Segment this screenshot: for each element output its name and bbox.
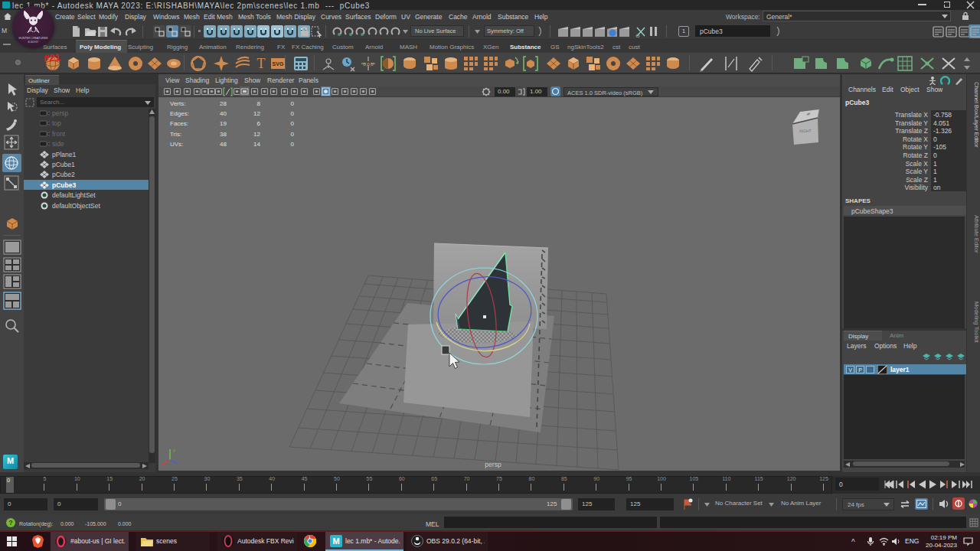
svg-text:ACADEMY: ACADEMY <box>28 41 39 44</box>
svg-text:T: T <box>257 56 266 71</box>
svg-text:persp: persp <box>485 461 501 468</box>
svg-text:RIGHT: RIGHT <box>799 129 812 134</box>
svg-text:0,0,0: 0,0,0 <box>363 62 374 67</box>
svg-text:y: y <box>173 448 175 452</box>
svg-text:M: M <box>332 536 339 546</box>
svg-text:SVG: SVG <box>273 61 284 67</box>
svg-text:HUNTER CREATURES: HUNTER CREATURES <box>19 37 48 40</box>
